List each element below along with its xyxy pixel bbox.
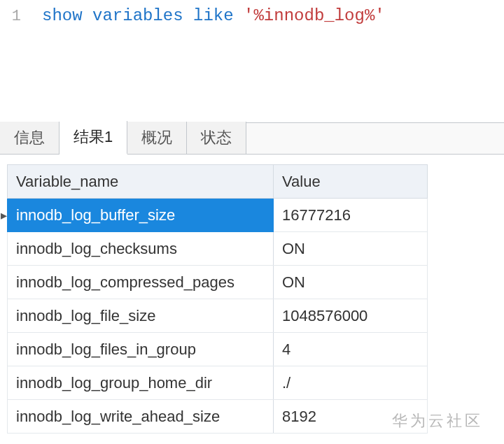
table-row[interactable]: innodb_log_compressed_pagesON	[8, 266, 428, 299]
cell-variable-name[interactable]: innodb_log_compressed_pages	[8, 266, 274, 299]
tab-info[interactable]: 信息	[0, 122, 59, 154]
keyword-variables: variables	[92, 6, 183, 25]
sql-text: show variables like '%innodb_log%'	[42, 4, 385, 28]
line-number: 1	[0, 6, 42, 28]
result-grid-wrap: Variable_name Value innodb_log_buffer_si…	[0, 155, 504, 434]
table-row[interactable]: innodb_log_files_in_group4	[8, 333, 428, 366]
cell-variable-name[interactable]: innodb_log_buffer_size	[8, 199, 274, 232]
column-header-value[interactable]: Value	[274, 165, 428, 199]
keyword-show: show	[42, 6, 83, 25]
table-row[interactable]: innodb_log_write_ahead_size8192	[8, 400, 428, 434]
cell-variable-name[interactable]: innodb_log_write_ahead_size	[8, 400, 274, 434]
column-header-name[interactable]: Variable_name	[8, 165, 274, 199]
table-row[interactable]: innodb_log_buffer_size16777216	[8, 199, 428, 232]
header-row: Variable_name Value	[8, 165, 428, 199]
cell-value[interactable]: 1048576000	[274, 299, 428, 333]
row-pointer-icon: ▸	[0, 208, 7, 223]
sql-editor[interactable]: 1 show variables like '%innodb_log%'	[0, 0, 504, 122]
cell-variable-name[interactable]: innodb_log_files_in_group	[8, 333, 274, 366]
cell-variable-name[interactable]: innodb_log_group_home_dir	[8, 366, 274, 400]
table-row[interactable]: innodb_log_file_size1048576000	[8, 299, 428, 333]
cell-variable-name[interactable]: innodb_log_file_size	[8, 299, 274, 333]
cell-value[interactable]: ./	[274, 366, 428, 400]
string-literal: '%innodb_log%'	[244, 6, 385, 25]
cell-value[interactable]: 16777216	[274, 199, 428, 232]
keyword-like: like	[193, 6, 234, 25]
table-row[interactable]: innodb_log_group_home_dir./	[8, 366, 428, 400]
tab-result1[interactable]: 结果1	[59, 121, 127, 155]
table-row[interactable]: innodb_log_checksumsON	[8, 232, 428, 266]
cell-value[interactable]: 4	[274, 333, 428, 366]
cell-value[interactable]: 8192	[274, 400, 428, 434]
tab-profile[interactable]: 概况	[127, 122, 187, 154]
tab-status[interactable]: 状态	[187, 122, 246, 154]
result-tabs: 信息 结果1 概况 状态	[0, 122, 504, 155]
cell-value[interactable]: ON	[274, 232, 428, 266]
result-grid[interactable]: Variable_name Value innodb_log_buffer_si…	[7, 164, 428, 434]
sql-line: 1 show variables like '%innodb_log%'	[0, 4, 504, 28]
cell-value[interactable]: ON	[274, 266, 428, 299]
cell-variable-name[interactable]: innodb_log_checksums	[8, 232, 274, 266]
